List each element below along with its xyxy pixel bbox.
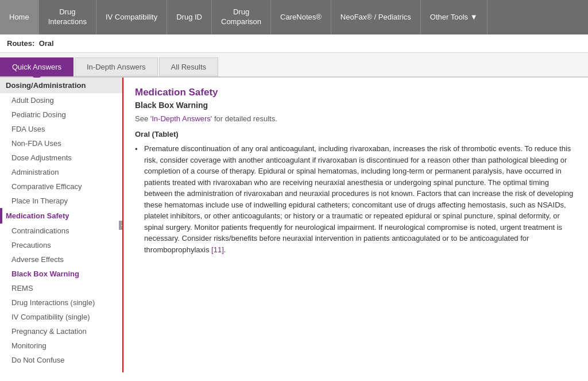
top-navigation: Home Drug Interactions IV Compatibility …	[0, 0, 588, 34]
sidebar-item-administration[interactable]: Administration	[0, 165, 122, 179]
sidebar-item-comparative-efficacy[interactable]: Comparative Efficacy	[0, 179, 122, 194]
content-area: Medication Safety Black Box Warning See …	[123, 78, 588, 372]
sidebar-item-fda-uses[interactable]: FDA Uses	[0, 122, 122, 136]
nav-home[interactable]: Home	[0, 0, 39, 34]
sidebar-item-pediatric-dosing[interactable]: Pediatric Dosing	[0, 107, 122, 122]
sidebar-item-iv-compatibility-single[interactable]: IV Compatibility (single)	[0, 310, 122, 324]
sidebar-section-medication-safety[interactable]: Medication Safety	[0, 208, 122, 224]
sidebar-item-drug-interactions-single[interactable]: Drug Interactions (single)	[0, 295, 122, 310]
routes-label: Routes:	[7, 39, 34, 48]
sidebar-item-pregnancy-lactation[interactable]: Pregnancy & Lactation	[0, 324, 122, 338]
nav-iv-compatibility[interactable]: IV Compatibility	[96, 0, 167, 34]
bullet-dot: •	[135, 143, 141, 255]
sidebar-section-dosing[interactable]: Dosing/Administration	[0, 78, 122, 93]
tab-all-results[interactable]: All Results	[159, 57, 218, 76]
nav-neofax[interactable]: NeoFax® / Pediatrics	[331, 0, 421, 34]
oral-label: Oral (Tablet)	[135, 130, 577, 138]
sidebar-collapse-arrow[interactable]: ◀	[119, 221, 123, 230]
nav-drug-interactions[interactable]: Drug Interactions	[39, 0, 96, 34]
sidebar-item-adverse-effects[interactable]: Adverse Effects	[0, 252, 122, 267]
main-layout: ◀ Dosing/Administration Adult Dosing Ped…	[0, 78, 588, 372]
sidebar-item-do-not-confuse[interactable]: Do Not Confuse	[0, 353, 122, 367]
bullet-period: .	[224, 245, 226, 254]
content-subtitle: Black Box Warning	[135, 101, 577, 110]
nav-drug-comparison[interactable]: Drug Comparison	[212, 0, 271, 34]
sidebar-item-adult-dosing[interactable]: Adult Dosing	[0, 93, 122, 107]
sidebar: ◀ Dosing/Administration Adult Dosing Ped…	[0, 78, 123, 372]
in-depth-answers-link[interactable]: In-Depth Answers	[152, 114, 211, 123]
bullet-reference-link[interactable]: [11]	[211, 245, 224, 254]
sidebar-item-dose-adjustments[interactable]: Dose Adjustments	[0, 151, 122, 165]
bullet-content: • Premature discontinuation of any oral …	[135, 143, 577, 255]
sidebar-item-black-box-warning[interactable]: Black Box Warning	[0, 267, 122, 281]
bullet-main-text: Premature discontinuation of any oral an…	[144, 144, 573, 254]
nav-drug-id[interactable]: Drug ID	[167, 0, 212, 34]
see-more-prefix: See '	[135, 114, 152, 123]
sidebar-item-rems[interactable]: REMS	[0, 281, 122, 295]
sidebar-item-precautions[interactable]: Precautions	[0, 238, 122, 252]
sidebar-item-monitoring[interactable]: Monitoring	[0, 338, 122, 353]
tab-in-depth-answers[interactable]: In-Depth Answers	[75, 57, 158, 76]
sidebar-item-non-fda-uses[interactable]: Non-FDA Uses	[0, 136, 122, 151]
content-title: Medication Safety	[135, 87, 577, 98]
routes-bar: Routes: Oral	[0, 34, 588, 53]
nav-other-tools[interactable]: Other Tools ▼	[421, 0, 488, 34]
routes-value: Oral	[39, 39, 54, 48]
bullet-text: Premature discontinuation of any oral an…	[144, 143, 577, 255]
sidebar-item-place-in-therapy[interactable]: Place In Therapy	[0, 194, 122, 208]
tab-quick-answers[interactable]: Quick Answers	[0, 57, 74, 76]
see-more-text: See 'In-Depth Answers' for detailed resu…	[135, 114, 577, 123]
sidebar-item-contraindications[interactable]: Contraindications	[0, 224, 122, 238]
see-more-suffix: ' for detailed results.	[211, 114, 277, 123]
tab-bar: Quick Answers In-Depth Answers All Resul…	[0, 53, 588, 78]
nav-carenotes[interactable]: CareNotes®	[271, 0, 331, 34]
